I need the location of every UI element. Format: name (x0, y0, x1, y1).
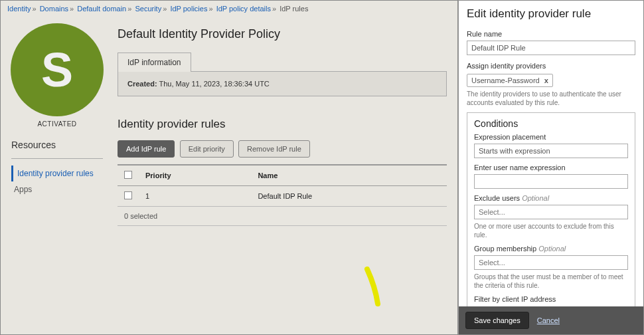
rules-heading: Identity provider rules (118, 118, 447, 131)
created-value: Thu, May 11, 2023, 18:36:34 UTC (159, 80, 269, 88)
conditions-heading: Conditions (474, 118, 628, 129)
tab-idp-information[interactable]: IdP information (118, 53, 191, 72)
select-all-checkbox[interactable] (124, 171, 132, 179)
cancel-link[interactable]: Cancel (537, 316, 560, 324)
rule-name-input[interactable] (467, 41, 635, 55)
idp-rules-table: Priority Name 1 Default IDP Rule 0 selec… (118, 164, 447, 226)
breadcrumb-item[interactable]: Security (135, 5, 161, 13)
page-title: Default Identity Provider Policy (118, 27, 447, 41)
created-label: Created: (127, 80, 157, 88)
exclude-users-select[interactable] (474, 205, 628, 219)
breadcrumb-item[interactable]: Domains (40, 5, 68, 13)
assign-idp-helper: The identity providers to use to authent… (467, 90, 635, 107)
policy-avatar-letter: S (41, 43, 73, 97)
sidebar-item-apps[interactable]: Apps (11, 181, 103, 197)
rule-name-label: Rule name (467, 30, 635, 38)
filter-ip-label: Filter by client IP address (474, 295, 628, 303)
panel-footer: Save changes Cancel (459, 306, 643, 334)
idp-chip[interactable]: Username-Password x (467, 74, 553, 87)
exclude-users-helper: One or more user accounts to exclude fro… (474, 222, 628, 239)
breadcrumb-current: IdP rules (280, 5, 308, 13)
assign-idp-label: Assign identity providers (467, 62, 635, 70)
policy-status: ACTIVATED (6, 120, 108, 128)
save-changes-button[interactable]: Save changes (465, 312, 529, 329)
conditions-box: Conditions Expression placement Enter us… (467, 112, 635, 306)
remove-idp-rule-button[interactable]: Remove IdP rule (238, 140, 310, 158)
divider (11, 158, 103, 159)
col-name[interactable]: Name (251, 165, 447, 186)
row-name: Default IDP Rule (251, 186, 447, 207)
table-row[interactable]: 1 Default IDP Rule (118, 186, 447, 207)
breadcrumb-item[interactable]: Default domain (77, 5, 126, 13)
expr-placement-label: Expression placement (474, 133, 628, 141)
breadcrumb-item[interactable]: IdP policy details (216, 5, 271, 13)
group-membership-helper: Groups that the user must be a member of… (474, 273, 628, 290)
group-membership-select[interactable] (474, 255, 628, 270)
add-idp-rule-button[interactable]: Add IdP rule (118, 140, 175, 158)
username-expr-input[interactable] (474, 174, 628, 189)
username-expr-label: Enter user name expression (474, 164, 628, 171)
expr-placement-select[interactable] (474, 144, 628, 158)
row-checkbox[interactable] (124, 191, 132, 199)
breadcrumb: Identity» Domains» Default domain» Secur… (1, 1, 457, 17)
row-priority: 1 (139, 186, 251, 207)
idp-chip-label: Username-Password (471, 76, 540, 84)
exclude-users-label: Exclude users Optional (474, 194, 628, 202)
group-membership-label: Group membership Optional (474, 245, 628, 253)
breadcrumb-item[interactable]: Identity (7, 5, 31, 13)
edit-rule-panel: Edit identity provider rule Rule name As… (458, 0, 644, 335)
panel-title: Edit identity provider rule (467, 7, 635, 21)
resources-heading: Resources (11, 140, 103, 154)
selected-count: 0 selected (118, 207, 447, 226)
remove-chip-icon[interactable]: x (544, 76, 548, 84)
col-priority[interactable]: Priority (139, 165, 251, 186)
annotation-highlight (363, 267, 383, 306)
edit-priority-button[interactable]: Edit priority (180, 140, 234, 158)
breadcrumb-item[interactable]: IdP policies (170, 5, 207, 13)
sidebar-item-idp-rules[interactable]: Identity provider rules (11, 166, 103, 181)
policy-avatar: S (11, 23, 104, 116)
idp-info-box: Created: Thu, May 11, 2023, 18:36:34 UTC (118, 72, 447, 96)
